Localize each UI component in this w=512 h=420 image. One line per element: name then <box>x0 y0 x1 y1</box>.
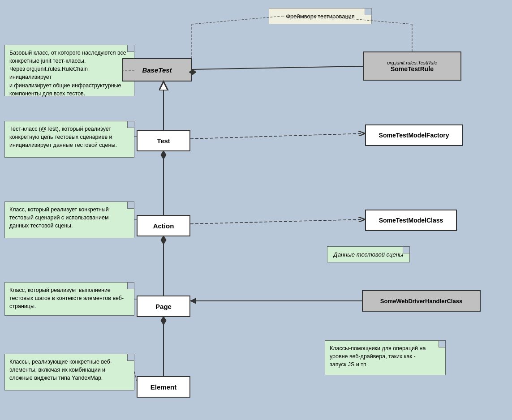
classname-basetest: BaseTest <box>142 66 172 74</box>
classname-sometestmodelclass: SomeTestModelClass <box>379 217 443 224</box>
svg-marker-15 <box>161 150 166 159</box>
class-action: Action <box>137 215 190 236</box>
class-sometestrule: org.junit.rules.TestRule SomeTestRule <box>363 51 461 81</box>
note-element-text: Классы, реализующие конкретные веб- элем… <box>9 359 112 381</box>
class-sometestmodelclass: SomeTestModelClass <box>365 210 457 231</box>
note-page-text: Класс, который реализует выполнение тест… <box>9 287 124 309</box>
svg-marker-23 <box>190 298 196 304</box>
note-action-text: Класс, который реализует конкретный тест… <box>9 206 109 229</box>
diagram-container: Фреймворк тестирования Базовый класс, от… <box>0 0 512 420</box>
classname-sometestrule: SomeTestRule <box>391 65 434 73</box>
class-sometestmodelfactory: SomeTestModelFactory <box>365 124 463 146</box>
helper-note-text: Классы-помощники для операций на уровне … <box>330 345 426 368</box>
svg-line-25 <box>190 219 365 224</box>
svg-marker-17 <box>161 236 166 244</box>
classname-action: Action <box>153 222 174 230</box>
class-basetest: BaseTest <box>122 58 192 81</box>
scene-data-text: Данные тестовой сцены <box>334 251 404 258</box>
svg-line-20 <box>192 66 363 69</box>
classname-page: Page <box>155 303 172 310</box>
helper-note: Классы-помощники для операций на уровне … <box>325 340 446 375</box>
stereotype-sometestrule: org.junit.rules.TestRule <box>387 60 437 65</box>
class-somewebdriverhandlerclass: SomeWebDriverHandlerClass <box>362 290 481 312</box>
note-bastest: Базовый класс, от которого наследуются в… <box>4 45 134 96</box>
note-page: Класс, который реализует выполнение тест… <box>4 282 134 316</box>
classname-test: Test <box>157 137 170 145</box>
class-page: Page <box>137 296 190 317</box>
classname-sometestmodelfactory: SomeTestModelFactory <box>379 132 449 139</box>
note-element: Классы, реализующие конкретные веб- элем… <box>4 354 134 390</box>
framework-note-text: Фреймворк тестирования <box>286 13 355 20</box>
classname-somewebdriverhandlerclass: SomeWebDriverHandlerClass <box>380 298 462 304</box>
scene-data-note: Данные тестовой сцены <box>327 246 410 262</box>
note-action: Класс, который реализует конкретный тест… <box>4 201 134 238</box>
classname-element: Element <box>151 383 176 391</box>
note-test-text: Тест-класс (@Test), который реализует ко… <box>9 126 117 148</box>
class-element: Element <box>137 376 190 398</box>
framework-note: Фреймворк тестирования <box>269 8 372 24</box>
class-test: Test <box>137 130 190 151</box>
svg-line-24 <box>190 133 365 139</box>
note-test: Тест-класс (@Test), который реализует ко… <box>4 121 134 158</box>
note-basetest-text: Базовый класс, от которого наследуются в… <box>9 50 126 97</box>
svg-marker-19 <box>161 316 166 325</box>
